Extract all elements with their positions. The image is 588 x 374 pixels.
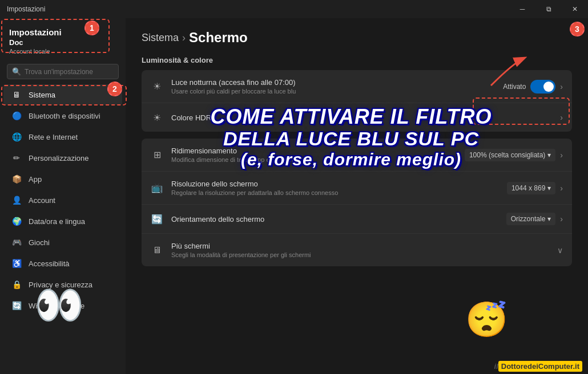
row-piu-schermi[interactable]: 🖥 Più schermi Scegli la modalità di pres… <box>142 234 572 266</box>
personalizzazione-icon: ✏ <box>11 153 22 163</box>
sidebar-item-account[interactable]: 👤 Account <box>3 190 122 210</box>
app-container: Impostazioni Doc Account locale 🔍 🖥 Sist… <box>0 18 588 374</box>
close-button[interactable]: ✕ <box>562 0 588 18</box>
maximize-button[interactable]: ⧉ <box>535 0 562 18</box>
luce-toggle[interactable] <box>530 80 555 93</box>
minimize-button[interactable]: ─ <box>509 0 535 18</box>
breadcrumb-parent: Sistema <box>142 32 179 44</box>
sidebar-label-update: Windows Update <box>29 302 84 310</box>
account-type: Account locale <box>9 48 50 55</box>
app-icon: 📦 <box>11 174 22 184</box>
row-piu-right: ∨ <box>557 246 563 255</box>
dropdown-chevron-rid: ▾ <box>547 151 551 159</box>
sidebar-label-rete: Rete e Internet <box>29 133 78 141</box>
row-ris-chevron: › <box>560 184 563 193</box>
search-box[interactable]: 🔍 <box>7 64 119 79</box>
row-orientamento[interactable]: 🔄 Orientamento dello schermo Orizzontale… <box>142 205 572 234</box>
row-colore-hdr[interactable]: ☀ Colore HDR › <box>142 103 572 132</box>
bluetooth-icon: 🔵 <box>11 111 22 121</box>
risoluzione-dropdown[interactable]: 1044 x 869 ▾ <box>507 182 555 194</box>
badge-3: 3 <box>570 22 585 36</box>
row-ris-title: Risoluzione dello schermo <box>171 180 499 188</box>
sidebar-item-update[interactable]: 🔄 Windows Update <box>3 295 122 316</box>
row-hdr-chevron: › <box>560 113 563 122</box>
risoluzione-icon: 📺 <box>151 182 163 194</box>
attivato-label: Attivato <box>503 83 526 91</box>
sidebar-item-privacy[interactable]: 🔒 Privacy e sicurezza <box>3 274 122 295</box>
rete-icon: 🌐 <box>11 132 22 142</box>
sidebar-item-app[interactable]: 📦 App <box>3 169 122 189</box>
row-hdr-text: Colore HDR <box>171 113 552 122</box>
app-title: Impostazioni <box>7 5 45 13</box>
row-ris-sub: Regolare la risoluzione per adattarla al… <box>171 189 499 196</box>
hdr-icon: ☀ <box>151 111 163 124</box>
breadcrumb-separator: › <box>182 32 186 44</box>
row-luce-notturna[interactable]: ☀ Luce notturna (accesa fino alle 07:00)… <box>142 70 572 103</box>
account-icon: 👤 <box>11 195 22 205</box>
section-luce-title: Luminosità & colore <box>142 56 572 64</box>
row-ridimensionamento[interactable]: ⊞ Ridimensionamento Modifica dimensione … <box>142 139 572 172</box>
sidebar-label-accessibilita: Accessibilità <box>29 259 70 268</box>
row-piu-text: Più schermi Scegli la modalità di presen… <box>171 242 549 258</box>
ridimensionamento-dropdown[interactable]: 100% (scelta consigliata) ▾ <box>465 149 555 161</box>
search-input[interactable] <box>25 68 114 76</box>
row-ori-text: Orientamento dello schermo <box>171 215 498 223</box>
risoluzione-value: 1044 x 869 <box>512 184 545 192</box>
row-rid-right: 100% (scelta consigliata) ▾ › <box>465 149 563 161</box>
settings-title: Impostazioni <box>9 27 62 37</box>
sidebar-item-rete[interactable]: 🌐 Rete e Internet <box>3 127 122 147</box>
data-icon: 🌍 <box>11 216 22 226</box>
piu-schermi-icon: 🖥 <box>151 244 163 257</box>
title-bar-left: Impostazioni <box>7 5 45 13</box>
row-rid-title: Ridimensionamento <box>171 147 457 155</box>
dropdown-chevron-ori: ▾ <box>547 215 551 223</box>
luce-notturna-icon: ☀ <box>151 80 163 93</box>
sidebar-label-bluetooth: Bluetooth e dispositivi <box>29 112 100 120</box>
orientamento-icon: 🔄 <box>151 213 163 225</box>
sidebar-label-privacy: Privacy e sicurezza <box>29 280 92 289</box>
sidebar-item-personalizzazione[interactable]: ✏ Personalizzazione <box>3 148 122 168</box>
badge-2: 2 <box>107 82 122 96</box>
row-luce-title: Luce notturna (accesa fino alle 07:00) <box>171 78 495 87</box>
search-icon: 🔍 <box>12 67 21 76</box>
sidebar: Impostazioni Doc Account locale 🔍 🖥 Sist… <box>0 18 126 374</box>
row-risoluzione[interactable]: 📺 Risoluzione dello schermo Regolare la … <box>142 172 572 205</box>
row-piu-title: Più schermi <box>171 242 549 250</box>
row-piu-chevron: ∨ <box>557 246 563 255</box>
sistema-icon: 🖥 <box>11 90 22 100</box>
row-ris-text: Risoluzione dello schermo Regolare la ri… <box>171 180 499 196</box>
breadcrumb: Sistema › Schermo <box>142 30 572 46</box>
row-rid-text: Ridimensionamento Modifica dimensione di… <box>171 147 457 163</box>
row-ori-right: Orizzontale ▾ › <box>506 213 563 225</box>
breadcrumb-current: Schermo <box>189 30 248 46</box>
sidebar-item-data[interactable]: 🌍 Data/ora e lingua <box>3 211 122 231</box>
title-bar: Impostazioni ─ ⧉ ✕ <box>0 0 588 18</box>
row-luce-text: Luce notturna (accesa fino alle 07:00) U… <box>171 78 495 95</box>
privacy-icon: 🔒 <box>11 279 22 290</box>
sidebar-item-bluetooth[interactable]: 🔵 Bluetooth e dispositivi <box>3 105 122 126</box>
sidebar-label-personalizzazione: Personalizzazione <box>29 154 89 162</box>
sidebar-item-giochi[interactable]: 🎮 Giochi <box>3 232 122 253</box>
row-piu-sub: Scegli la modalità di presentazione per … <box>171 251 549 258</box>
row-luce-chevron: › <box>560 82 563 91</box>
row-rid-chevron: › <box>560 151 563 160</box>
row-luce-right: Attivato › <box>503 80 563 93</box>
row-hdr-right: › <box>560 113 563 122</box>
title-bar-controls: ─ ⧉ ✕ <box>509 0 588 18</box>
user-name: Doc <box>9 38 23 47</box>
sidebar-label-sistema: Sistema <box>29 91 55 99</box>
ridimensionamento-icon: ⊞ <box>151 149 163 161</box>
sidebar-profile: Impostazioni Doc Account locale <box>0 18 126 62</box>
row-hdr-title: Colore HDR <box>171 113 552 122</box>
sidebar-label-giochi: Giochi <box>29 238 50 247</box>
sidebar-item-sistema[interactable]: 🖥 Sistema <box>3 84 122 105</box>
row-luce-sub: Usare colori più caldi per bloccare la l… <box>171 88 495 95</box>
accessibilita-icon: ♿ <box>11 258 22 269</box>
sidebar-label-app: App <box>29 175 42 184</box>
orientamento-dropdown[interactable]: Orizzontale ▾ <box>506 213 556 225</box>
row-ris-right: 1044 x 869 ▾ › <box>507 182 563 194</box>
sidebar-label-data: Data/ora e lingua <box>29 217 85 226</box>
orientamento-value: Orizzontale <box>511 215 546 223</box>
row-ori-chevron: › <box>560 214 563 223</box>
sidebar-item-accessibilita[interactable]: ♿ Accessibilità <box>3 253 122 274</box>
